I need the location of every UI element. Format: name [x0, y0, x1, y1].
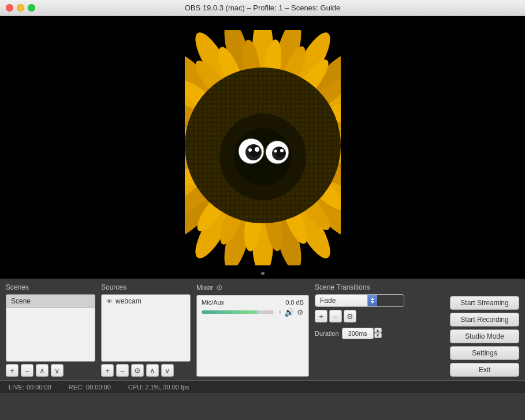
maximize-button[interactable]: [28, 4, 35, 12]
mixer-channel: Mic/Aux 0.0 dB 🔊 ⚙: [202, 299, 304, 317]
duration-input[interactable]: [342, 328, 374, 339]
sources-up-button[interactable]: ∧: [146, 364, 159, 377]
start-recording-button[interactable]: Start Recording: [450, 313, 519, 327]
controls-panel: Start Streaming Start Recording Studio M…: [450, 283, 519, 377]
svg-point-63: [274, 149, 277, 152]
transitions-label: Scene Transitions: [315, 283, 370, 291]
transitions-add-button[interactable]: +: [315, 310, 327, 322]
live-status: LIVE: 00:00:00: [9, 384, 51, 391]
svg-rect-65: [142, 30, 185, 265]
scenes-label: Scenes: [6, 283, 29, 291]
select-up-arrow: [371, 298, 374, 300]
scenes-remove-button[interactable]: –: [21, 364, 33, 377]
preview-canvas: [0, 16, 525, 279]
svg-point-57: [248, 148, 252, 152]
transition-select-container[interactable]: Fade: [315, 294, 404, 307]
svg-point-56: [255, 147, 259, 152]
panels-row: Scenes Scene + – ∧ ∨ Sources 👁 webcam + …: [0, 279, 525, 380]
scenes-down-button[interactable]: ∨: [51, 364, 64, 377]
transitions-remove-button[interactable]: –: [329, 310, 342, 322]
scenes-up-button[interactable]: ∧: [36, 364, 49, 377]
scenes-bottom-controls: + – ∧ ∨: [6, 364, 95, 377]
exit-button[interactable]: Exit: [450, 363, 519, 377]
duration-label: Duration: [315, 330, 339, 337]
mixer-header: Mixer ⚙: [196, 283, 309, 292]
rec-label: REC:: [69, 384, 84, 391]
channel-db: 0.0 dB: [285, 299, 304, 306]
svg-point-61: [275, 147, 285, 158]
traffic-lights: [6, 4, 35, 12]
scene-item[interactable]: Scene: [6, 295, 95, 308]
mixer-panel: Mixer ⚙ Mic/Aux 0.0 dB 🔊 ⚙: [196, 283, 309, 377]
close-button[interactable]: [6, 4, 13, 12]
statusbar: LIVE: 00:00:00 REC: 00:00:00 CPU: 2.1%, …: [0, 380, 525, 393]
sources-bottom-controls: + – ⚙ ∧ ∨: [101, 364, 191, 377]
fader-knob[interactable]: [272, 310, 280, 314]
svg-point-62: [280, 149, 284, 152]
transitions-header: Scene Transitions: [315, 283, 404, 291]
live-time: 00:00:00: [27, 384, 51, 391]
mixer-label: Mixer: [196, 284, 213, 292]
sources-settings-button[interactable]: ⚙: [131, 364, 144, 377]
transitions-gear-button[interactable]: ⚙: [344, 310, 356, 322]
scenes-panel: Scenes Scene + – ∧ ∨: [6, 283, 95, 377]
sources-label: Sources: [101, 283, 126, 291]
mixer-fader-row: 🔊 ⚙: [202, 308, 304, 317]
sources-list: 👁 webcam: [101, 294, 191, 362]
scenes-list: Scene: [6, 294, 95, 362]
stepper-arrows: ▲ ▼: [374, 328, 382, 339]
source-visibility-icon[interactable]: 👁: [106, 298, 113, 305]
channel-name: Mic/Aux: [202, 299, 224, 306]
select-down-arrow: [371, 301, 374, 303]
rec-status: REC: 00:00:00: [69, 384, 111, 391]
scenes-header: Scenes: [6, 283, 95, 291]
sources-panel: Sources 👁 webcam + – ⚙ ∧ ∨: [101, 283, 191, 377]
mixer-gear-icon[interactable]: ⚙: [216, 283, 223, 292]
preview-dot: [261, 272, 265, 275]
svg-rect-66: [341, 30, 384, 265]
scenes-add-button[interactable]: +: [6, 364, 18, 377]
start-streaming-button[interactable]: Start Streaming: [450, 296, 519, 310]
rec-time: 00:00:00: [86, 384, 111, 391]
transition-selected-value: Fade: [315, 295, 367, 306]
channel-settings-icon[interactable]: ⚙: [297, 308, 304, 317]
fader-fill: [202, 310, 258, 314]
cpu-status: CPU: 2.1%, 30.00 fps: [128, 384, 189, 391]
mixer-channel-header: Mic/Aux 0.0 dB: [202, 299, 304, 306]
sources-header: Sources: [101, 283, 191, 291]
titlebar: OBS 19.0.3 (mac) – Profile: 1 – Scenes: …: [0, 0, 525, 16]
live-label: LIVE:: [9, 384, 24, 391]
sources-add-button[interactable]: +: [101, 364, 114, 377]
duration-down-arrow[interactable]: ▼: [374, 333, 382, 338]
duration-up-arrow[interactable]: ▲: [374, 328, 382, 333]
minimize-button[interactable]: [17, 4, 24, 12]
settings-button[interactable]: Settings: [450, 346, 519, 360]
window-title: OBS 19.0.3 (mac) – Profile: 1 – Scenes: …: [185, 3, 341, 12]
mixer-list: Mic/Aux 0.0 dB 🔊 ⚙: [196, 295, 309, 377]
fader-track[interactable]: [202, 310, 281, 314]
cpu-info: CPU: 2.1%, 30.00 fps: [128, 384, 189, 391]
duration-stepper[interactable]: ▲ ▼: [342, 328, 382, 339]
mute-icon[interactable]: 🔊: [284, 308, 294, 317]
preview-area: [0, 16, 525, 279]
transitions-panel: Scene Transitions Fade + – ⚙ Duration ▲ …: [315, 283, 404, 377]
studio-mode-button[interactable]: Studio Mode: [450, 329, 519, 343]
source-item[interactable]: 👁 webcam: [102, 295, 190, 308]
duration-row: Duration ▲ ▼: [315, 328, 404, 339]
transition-select-button[interactable]: [367, 295, 377, 306]
transitions-controls: + – ⚙: [315, 310, 404, 322]
preview-svg: [142, 30, 384, 265]
sources-remove-button[interactable]: –: [116, 364, 129, 377]
sources-down-button[interactable]: ∨: [161, 364, 174, 377]
